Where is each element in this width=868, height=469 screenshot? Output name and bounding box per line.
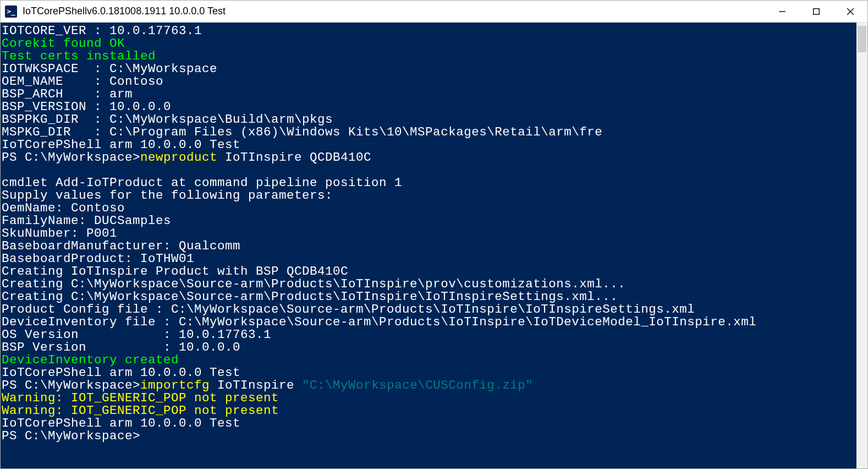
window-title: IoTCorePShellv6.0.181008.1911 10.0.0.0 T…: [23, 6, 765, 17]
terminal-string-arg: "C:\MyWorkspace\CUSConfig.zip": [302, 378, 533, 392]
powershell-icon: >_: [5, 6, 17, 18]
window-controls: [765, 1, 867, 22]
terminal-prompt: PS C:\MyWorkspace>: [2, 150, 140, 165]
terminal-args: IoTInspire QCDB410C: [217, 150, 371, 165]
close-button[interactable]: [833, 1, 867, 22]
terminal-wrapper: IOTCORE_VER : 10.0.17763.1 Corekit found…: [1, 23, 867, 468]
minimize-button[interactable]: [765, 1, 799, 22]
scrollbar-thumb[interactable]: [858, 26, 866, 52]
window-titlebar[interactable]: >_ IoTCorePShellv6.0.181008.1911 10.0.0.…: [1, 1, 867, 23]
terminal-prompt: PS C:\MyWorkspace>: [2, 429, 140, 443]
svg-rect-1: [814, 8, 820, 14]
terminal-command: newproduct: [140, 150, 217, 165]
terminal[interactable]: IOTCORE_VER : 10.0.17763.1 Corekit found…: [1, 23, 856, 468]
vertical-scrollbar[interactable]: [856, 23, 867, 468]
maximize-button[interactable]: [799, 1, 833, 22]
